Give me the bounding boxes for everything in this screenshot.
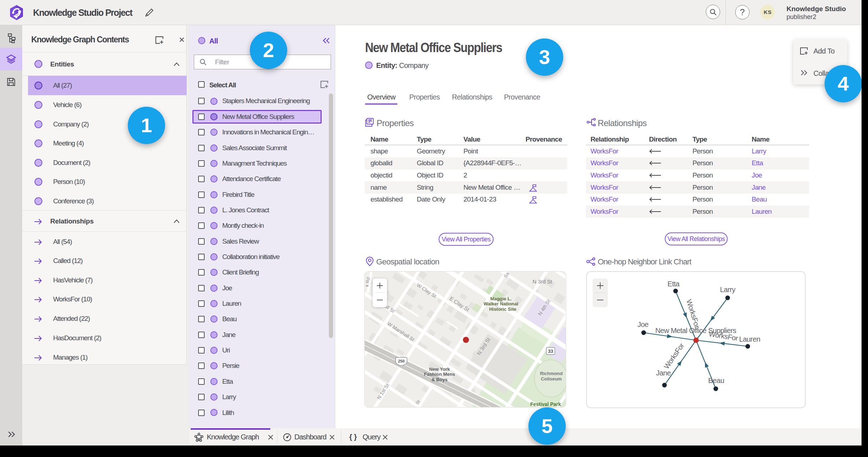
svg-text:Beau: Beau [708,377,724,384]
svg-text:& Boys: & Boys [431,377,448,382]
svg-text:Richmond: Richmond [540,371,563,376]
svg-text:250: 250 [398,359,405,363]
svg-text:Fashion Mens: Fashion Mens [424,371,455,377]
svg-text:Lauren: Lauren [739,335,760,343]
svg-text:Historic Site: Historic Site [489,306,516,312]
svg-text:Etta: Etta [667,280,680,288]
svg-text:New York: New York [429,366,451,372]
svg-text:Maggie L.: Maggie L. [490,296,512,301]
svg-text:Larry: Larry [720,286,736,294]
svg-text:Walker National: Walker National [484,301,518,306]
svg-text:Joe: Joe [638,320,649,328]
svg-text:Festival Park: Festival Park [530,401,561,407]
svg-text:N 3rd St: N 3rd St [533,278,553,285]
svg-text:Coliseum: Coliseum [541,376,562,382]
svg-text:33: 33 [548,348,553,354]
